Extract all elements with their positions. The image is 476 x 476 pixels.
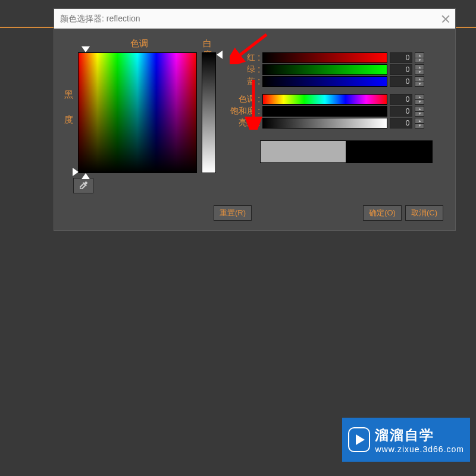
dialog-title: 颜色选择器: reflection (60, 14, 140, 24)
hue-spinner[interactable]: ▲▼ (415, 94, 424, 105)
swatch-new (260, 140, 346, 163)
channel-red-label: 红 (224, 52, 255, 63)
whiteness-marker-icon (217, 51, 223, 59)
color-field-panel: 色调 白度 黑 度 (66, 40, 216, 193)
titlebar: 颜色选择器: reflection (54, 9, 455, 29)
swatch-old (346, 140, 433, 163)
green-value[interactable]: 0 (390, 64, 412, 75)
channel-green-label: 绿 (224, 64, 255, 75)
watermark-title: 溜溜自学 (375, 426, 464, 444)
channel-red-row: 红: 0 ▲▼ (224, 52, 443, 63)
channel-val-label: 亮度 (224, 118, 255, 129)
channel-panel: 红: 0 ▲▼ 绿: 0 ▲▼ 蓝: 0 ▲▼ 色调: 0 (224, 40, 443, 193)
close-icon[interactable] (441, 15, 449, 23)
hue-slider[interactable] (262, 94, 387, 105)
blue-slider[interactable] (262, 76, 387, 87)
eyedropper-button[interactable] (73, 178, 93, 193)
blue-value[interactable]: 0 (390, 76, 412, 87)
swatch-compare (260, 140, 443, 163)
blackness-marker-icon (73, 168, 79, 176)
hue-value[interactable]: 0 (390, 94, 412, 105)
sat-value[interactable]: 0 (390, 106, 412, 117)
green-slider[interactable] (262, 64, 387, 75)
channel-sat-row: 饱和度: 0 ▲▼ (224, 106, 443, 117)
green-spinner[interactable]: ▲▼ (415, 64, 424, 75)
eyedropper-icon (78, 180, 89, 191)
watermark-badge: 溜溜自学 www.zixue.3d66.com (342, 418, 470, 462)
val-spinner[interactable]: ▲▼ (415, 118, 424, 129)
val-value[interactable]: 0 (390, 118, 412, 129)
cancel-button[interactable]: 取消(C) (405, 205, 443, 221)
channel-blue-row: 蓝: 0 ▲▼ (224, 76, 443, 87)
blackness-label: 黑 度 (63, 83, 74, 118)
sat-spinner[interactable]: ▲▼ (415, 106, 424, 117)
val-slider[interactable] (262, 118, 387, 129)
channel-green-row: 绿: 0 ▲▼ (224, 64, 443, 75)
play-icon (348, 427, 370, 452)
ok-button[interactable]: 确定(O) (363, 205, 402, 221)
blue-spinner[interactable]: ▲▼ (415, 76, 424, 87)
channel-hue-row: 色调: 0 ▲▼ (224, 94, 443, 105)
divider-line-right (455, 27, 476, 28)
reset-button[interactable]: 重置(R) (214, 205, 252, 221)
channel-val-row: 亮度: 0 ▲▼ (224, 118, 443, 129)
channel-hue-label: 色调 (224, 94, 255, 105)
hue-field[interactable] (78, 52, 197, 173)
hue-top-marker-icon (82, 46, 90, 52)
whiteness-slider[interactable] (202, 52, 216, 173)
hue-bottom-marker-icon (82, 173, 90, 179)
channel-sat-label: 饱和度 (224, 106, 255, 117)
channel-blue-label: 蓝 (224, 76, 255, 87)
watermark-url: www.zixue.3d66.com (375, 444, 464, 454)
red-value[interactable]: 0 (390, 52, 412, 63)
hue-label: 色调 (130, 38, 148, 49)
red-slider[interactable] (262, 52, 387, 63)
sat-slider[interactable] (262, 106, 387, 117)
color-picker-dialog: 颜色选择器: reflection 色调 白度 黑 度 (54, 8, 456, 231)
red-spinner[interactable]: ▲▼ (415, 52, 424, 63)
divider-line (0, 27, 54, 28)
